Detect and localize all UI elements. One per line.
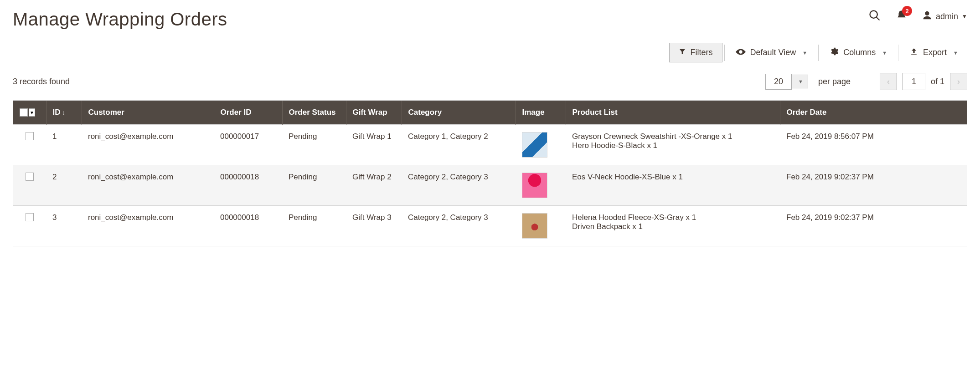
filter-icon: [679, 48, 686, 57]
columns-label: Columns: [843, 48, 876, 57]
records-found-label: 3 records found: [13, 77, 70, 87]
separator: [818, 45, 819, 61]
prev-page-button[interactable]: ‹: [880, 73, 897, 90]
cell-order-id: 000000018: [214, 165, 282, 206]
notifications-badge: 2: [902, 6, 912, 16]
col-order-id-header[interactable]: Order ID: [214, 101, 282, 125]
grid-toolbar: Filters Default View ▼ Columns ▼ Export …: [13, 42, 967, 63]
chevron-down-icon: ▼: [953, 50, 958, 56]
per-page-dropdown-button[interactable]: ▼: [792, 75, 808, 88]
pager: 20 ▼ per page ‹ of 1 ›: [765, 73, 967, 90]
cell-image: [516, 165, 566, 206]
cell-order-status: Pending: [282, 125, 346, 165]
product-thumbnail: [522, 173, 547, 198]
product-thumbnail: [522, 213, 547, 239]
row-checkbox[interactable]: [26, 173, 34, 181]
cell-order-date: Feb 24, 2019 8:56:07 PM: [780, 125, 967, 165]
separator: [724, 45, 725, 61]
export-label: Export: [923, 48, 947, 57]
columns-button[interactable]: Columns ▼: [820, 42, 896, 63]
col-customer-header[interactable]: Customer: [82, 101, 214, 125]
table-row[interactable]: 1 roni_cost@example.com 000000017 Pendin…: [13, 125, 967, 165]
row-checkbox[interactable]: [26, 132, 34, 140]
cell-image: [516, 206, 566, 246]
of-label: of 1: [931, 77, 944, 87]
cell-order-date: Feb 24, 2019 9:02:37 PM: [780, 206, 967, 246]
gear-icon: [830, 47, 839, 58]
default-view-label: Default View: [750, 48, 796, 57]
col-order-status-header[interactable]: Order Status: [282, 101, 346, 125]
eye-icon: [736, 48, 746, 57]
cell-id: 3: [46, 206, 82, 246]
cell-id: 1: [46, 125, 82, 165]
select-all-header[interactable]: ▼: [13, 101, 46, 125]
export-button[interactable]: Export ▼: [900, 42, 967, 63]
chevron-down-icon: ▼: [802, 50, 807, 56]
col-category-header[interactable]: Category: [402, 101, 516, 125]
cell-customer: roni_cost@example.com: [82, 125, 214, 165]
svg-point-0: [870, 11, 877, 18]
filters-label: Filters: [691, 48, 713, 57]
user-menu[interactable]: admin ▼: [922, 10, 967, 22]
next-page-button[interactable]: ›: [950, 73, 967, 90]
cell-image: [516, 125, 566, 165]
chevron-down-icon: ▼: [962, 13, 967, 20]
page-title: Manage Wrapping Orders: [13, 9, 227, 30]
user-icon: [922, 10, 932, 22]
bell-icon: [896, 15, 908, 23]
col-id-header[interactable]: ID↓: [46, 101, 82, 125]
per-page-select[interactable]: 20 ▼: [765, 74, 808, 90]
per-page-value: 20: [765, 74, 792, 90]
per-page-label: per page: [818, 77, 851, 87]
col-product-list-header[interactable]: Product List: [566, 101, 780, 125]
col-gift-wrap-header[interactable]: Gift Wrap: [346, 101, 402, 125]
chevron-down-icon: ▼: [882, 50, 887, 56]
search-icon[interactable]: [868, 9, 881, 24]
product-thumbnail: [522, 132, 547, 158]
row-checkbox[interactable]: [26, 213, 34, 221]
select-all-checkbox[interactable]: [20, 108, 28, 117]
data-grid: ▼ ID↓ Customer Order ID Order Status Gif…: [13, 100, 967, 246]
page-header: Manage Wrapping Orders 2 admin ▼: [13, 9, 967, 30]
cell-customer: roni_cost@example.com: [82, 165, 214, 206]
header-actions: 2 admin ▼: [868, 9, 967, 24]
select-all-dropdown[interactable]: ▼: [29, 108, 35, 117]
upload-icon: [909, 47, 918, 58]
cell-order-id: 000000018: [214, 206, 282, 246]
cell-product-list: Grayson Crewneck Sweatshirt -XS-Orange x…: [566, 125, 780, 165]
col-image-header[interactable]: Image: [516, 101, 566, 125]
cell-id: 2: [46, 165, 82, 206]
cell-order-id: 000000017: [214, 125, 282, 165]
cell-gift-wrap: Gift Wrap 2: [346, 165, 402, 206]
table-header-row: ▼ ID↓ Customer Order ID Order Status Gif…: [13, 101, 967, 125]
user-name-label: admin: [936, 12, 958, 21]
col-order-date-header[interactable]: Order Date: [780, 101, 967, 125]
sort-arrow-icon: ↓: [62, 109, 66, 116]
filters-button[interactable]: Filters: [669, 43, 722, 62]
notifications-button[interactable]: 2: [896, 10, 908, 23]
cell-gift-wrap: Gift Wrap 1: [346, 125, 402, 165]
cell-order-date: Feb 24, 2019 9:02:37 PM: [780, 165, 967, 206]
cell-product-list: Helena Hooded Fleece-XS-Gray x 1 Driven …: [566, 206, 780, 246]
cell-customer: roni_cost@example.com: [82, 206, 214, 246]
cell-product-list: Eos V-Neck Hoodie-XS-Blue x 1: [566, 165, 780, 206]
listing-bar: 3 records found 20 ▼ per page ‹ of 1 ›: [13, 73, 967, 90]
chevron-down-icon: ▼: [798, 79, 803, 84]
separator: [898, 45, 898, 61]
table-row[interactable]: 2 roni_cost@example.com 000000018 Pendin…: [13, 165, 967, 206]
cell-order-status: Pending: [282, 206, 346, 246]
cell-category: Category 1, Category 2: [402, 125, 516, 165]
default-view-button[interactable]: Default View ▼: [727, 43, 817, 62]
page-input[interactable]: [903, 73, 925, 90]
table-row[interactable]: 3 roni_cost@example.com 000000018 Pendin…: [13, 206, 967, 246]
svg-line-1: [877, 17, 880, 20]
cell-category: Category 2, Category 3: [402, 165, 516, 206]
cell-gift-wrap: Gift Wrap 3: [346, 206, 402, 246]
cell-category: Category 2, Category 3: [402, 206, 516, 246]
cell-order-status: Pending: [282, 165, 346, 206]
